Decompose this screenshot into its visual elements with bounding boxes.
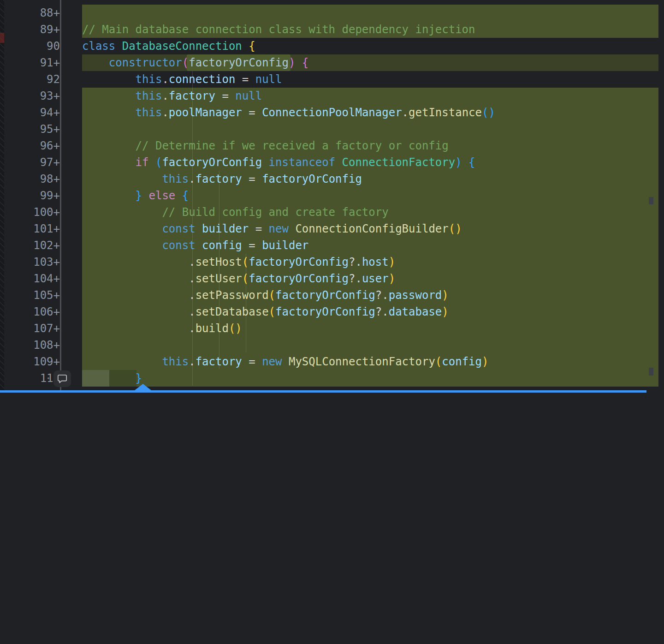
text-segment: .	[82, 289, 196, 302]
code-line: this.factory = new MySQLConnectionFactor…	[82, 353, 658, 370]
speech-bubble-icon	[57, 374, 67, 384]
text-segment: =	[249, 222, 268, 235]
code-line	[82, 5, 658, 21]
text-segment: )	[455, 156, 462, 169]
text-segment	[82, 222, 162, 235]
text-segment: {	[468, 156, 475, 169]
text-segment: user	[362, 272, 389, 285]
text-segment	[82, 89, 136, 102]
text-segment: const	[162, 222, 195, 235]
code-line: if (factoryOrConfig instanceof Connectio…	[82, 154, 658, 171]
line-number-gutter: 88+89+9091+9293+94+95+96+97+98+99+100+10…	[4, 5, 60, 387]
text-segment	[282, 355, 289, 368]
text-segment	[142, 189, 148, 202]
code-line: this.factory = null	[82, 88, 658, 104]
text-segment: ?.	[375, 305, 389, 318]
line-number: 89+	[4, 21, 60, 38]
text-segment: =	[242, 106, 262, 119]
text-segment: =	[235, 73, 255, 86]
text-segment	[82, 56, 109, 69]
text-segment: setDatabase	[196, 305, 269, 318]
line-number: 91+	[4, 54, 60, 71]
overview-strip	[0, 0, 4, 391]
line-number: 94+	[4, 104, 60, 121]
text-segment: config	[442, 355, 482, 368]
code-line: .build()	[82, 320, 658, 337]
line-number: 106+	[4, 304, 60, 320]
text-segment: factoryOrConfig	[189, 56, 289, 69]
text-segment: =	[242, 239, 262, 252]
code-line: } else {	[82, 187, 658, 204]
comment-marker-dot	[47, 377, 49, 379]
text-segment: (	[435, 355, 442, 368]
text-segment: .	[162, 73, 168, 86]
scrollbar-marker	[649, 197, 653, 204]
text-segment: const	[162, 239, 195, 252]
indent-guide	[219, 171, 219, 369]
line-number: 108+	[4, 337, 60, 353]
comment-thread-panel: Cline The constructor now accepts either…	[0, 393, 664, 644]
text-segment: ()	[482, 106, 495, 119]
text-segment: (	[182, 56, 189, 69]
text-segment: host	[362, 256, 389, 268]
code-line: class DatabaseConnection {	[82, 38, 658, 54]
text-segment: }	[136, 189, 142, 202]
line-number: 103+	[4, 254, 60, 270]
text-segment: connection	[169, 73, 236, 86]
text-segment: poolManager	[169, 106, 242, 119]
text-segment: .	[162, 89, 168, 102]
text-segment: null	[255, 73, 282, 86]
text-segment: )	[389, 272, 395, 285]
text-segment: factoryOrConfig	[275, 305, 375, 318]
text-segment: =	[242, 173, 262, 185]
diff-editor: 88+89+9091+9293+94+95+96+97+98+99+100+10…	[0, 0, 664, 391]
comment-thread-pointer	[135, 384, 151, 390]
text-segment: .	[402, 106, 409, 119]
text-segment: builder	[262, 239, 308, 252]
line-number: 107+	[4, 320, 60, 337]
text-segment	[82, 73, 136, 86]
line-number: 97+	[4, 154, 60, 171]
text-segment: builder	[202, 222, 249, 235]
code-line: const builder = new ConnectionConfigBuil…	[82, 221, 658, 237]
text-segment	[82, 239, 162, 252]
comment-bubble-icon[interactable]	[53, 370, 71, 387]
text-segment	[289, 222, 295, 235]
code-line: // Main database connection class with d…	[82, 21, 658, 38]
text-segment: )	[389, 256, 395, 268]
text-segment: MySQLConnectionFactory	[289, 355, 435, 368]
text-segment: this	[136, 73, 162, 86]
text-segment: .	[82, 256, 196, 268]
text-segment: instanceof	[269, 156, 336, 169]
text-segment: constructor	[109, 56, 182, 69]
code-line: const config = builder	[82, 237, 658, 254]
text-segment: ?.	[375, 289, 389, 302]
text-segment: password	[389, 289, 442, 302]
overview-strip-deleted-marker	[0, 33, 4, 43]
line-number: 109+	[4, 353, 60, 370]
text-segment: (	[269, 305, 275, 318]
text-segment: setPassword	[196, 289, 269, 302]
code-line: constructor(factoryOrConfig) {	[82, 54, 658, 71]
text-segment: )	[442, 289, 448, 302]
text-segment	[262, 156, 268, 169]
text-segment: // Build config and create factory	[82, 206, 389, 219]
text-segment: ?.	[349, 256, 362, 268]
code-line: }	[82, 370, 658, 387]
line-number: 98+	[4, 171, 60, 187]
text-segment: new	[269, 222, 289, 235]
code-line: // Build config and create factory	[82, 204, 658, 221]
line-number: 101+	[4, 221, 60, 237]
text-segment: // Main database connection class with d…	[82, 23, 475, 36]
code-line: .setUser(factoryOrConfig?.user)	[82, 270, 658, 287]
text-segment: class	[82, 40, 122, 53]
code-line: this.connection = null	[82, 71, 658, 88]
text-segment: .	[82, 272, 196, 285]
code-line: .setHost(factoryOrConfig?.host)	[82, 254, 658, 270]
text-segment	[82, 106, 136, 119]
indent-guide	[246, 254, 246, 352]
line-number: 102+	[4, 237, 60, 254]
text-segment: if	[136, 156, 155, 169]
text-segment	[82, 156, 136, 169]
text-segment: factoryOrConfig	[275, 289, 375, 302]
